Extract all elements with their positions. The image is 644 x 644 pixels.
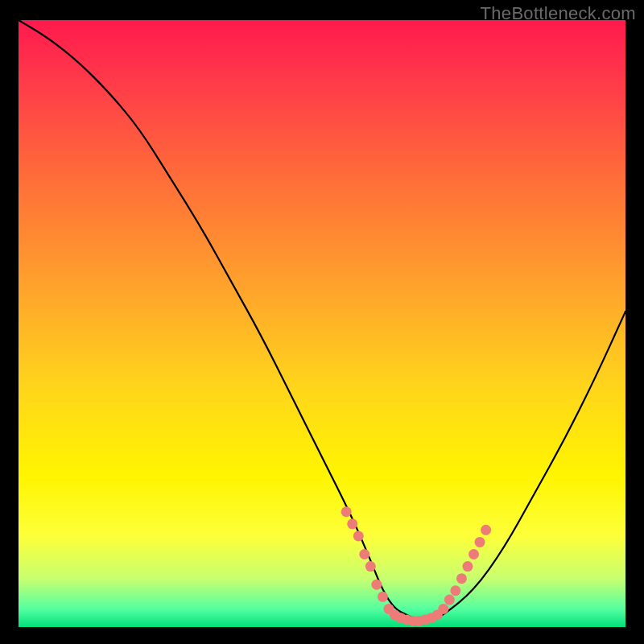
- highlight-dot: [371, 580, 382, 590]
- chart-area: [19, 20, 625, 627]
- watermark-text: TheBottleneck.com: [481, 3, 636, 24]
- highlight-dot: [438, 604, 448, 614]
- highlight-dot: [426, 613, 436, 623]
- highlight-dot: [341, 506, 352, 517]
- highlight-dot: [456, 573, 467, 584]
- highlight-dot: [378, 592, 388, 602]
- highlight-dots: [341, 506, 491, 626]
- highlight-dot: [475, 537, 485, 547]
- highlight-dot: [347, 518, 357, 529]
- highlight-dot: [420, 614, 431, 625]
- highlight-dot: [402, 614, 412, 625]
- highlight-dot: [396, 613, 407, 623]
- highlight-dot: [481, 525, 491, 535]
- highlight-dot: [444, 595, 455, 605]
- bottleneck-curve: [19, 20, 625, 621]
- highlight-dot: [414, 616, 424, 626]
- highlight-dot: [432, 609, 443, 620]
- highlight-dot: [450, 585, 460, 596]
- highlight-dot: [408, 616, 419, 626]
- highlight-dot: [462, 561, 473, 572]
- highlight-dot: [365, 561, 376, 572]
- highlight-dot: [383, 604, 394, 614]
- highlight-dot: [390, 609, 400, 620]
- highlight-dot: [359, 549, 369, 559]
- curve-svg: [19, 20, 625, 627]
- highlight-dot: [353, 530, 364, 541]
- highlight-dot: [469, 549, 479, 559]
